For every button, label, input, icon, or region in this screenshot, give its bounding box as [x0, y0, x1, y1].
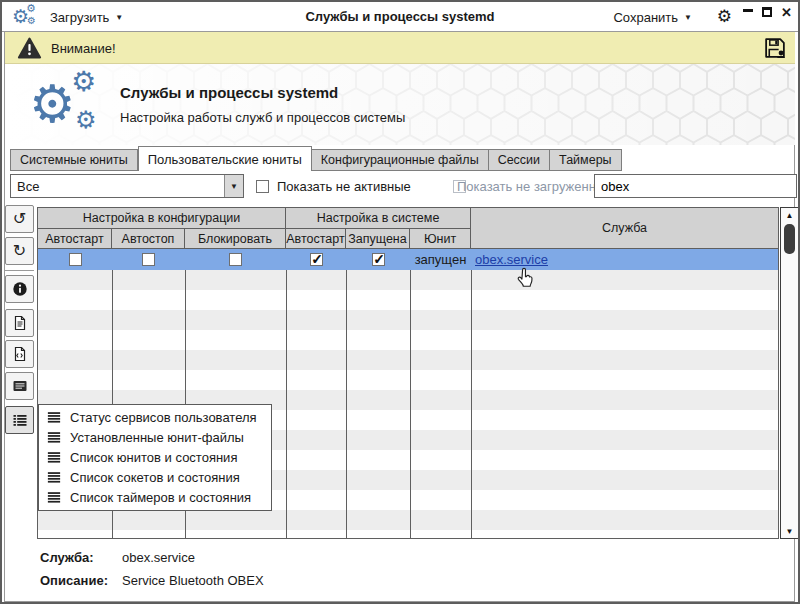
floppy-disk-icon: [763, 36, 787, 60]
warning-text: Внимание!: [51, 41, 116, 56]
unit-file-button[interactable]: [5, 340, 34, 368]
column-header-running-sys: Запущена: [346, 229, 410, 249]
tab-user-units[interactable]: Пользовательские юниты: [138, 146, 312, 171]
tab-system-units[interactable]: Системные юниты: [10, 149, 138, 171]
save-dropdown-button[interactable]: Сохранить ▼: [613, 7, 692, 27]
chevron-down-icon: ▼: [230, 182, 238, 191]
info-icon: [12, 281, 28, 297]
menu-item-timers-list[interactable]: Список таймеров и состояния: [39, 487, 271, 507]
save-as-root-button[interactable]: [763, 36, 787, 64]
tab-bar: Системные юниты Пользовательские юниты К…: [10, 146, 622, 171]
column-header-unit: Юнит: [410, 229, 471, 249]
menu-item-sockets-list[interactable]: Список сокетов и состояния: [39, 467, 271, 487]
history-icon: ↺: [13, 211, 26, 227]
save-dropdown-label: Сохранить: [613, 10, 678, 25]
list-icon: [47, 470, 61, 484]
autostart-sys-checkbox[interactable]: [310, 253, 323, 266]
category-select-value: Все: [11, 179, 224, 194]
hexagon-pattern-background: [5, 64, 795, 145]
window-controls: ✕: [743, 7, 792, 19]
warning-triangle-icon: [17, 37, 42, 63]
lists-context-menu: Статус сервисов пользователя Установленн…: [38, 404, 272, 511]
tab-sessions[interactable]: Сессии: [489, 149, 550, 171]
refresh-button[interactable]: ↻: [5, 237, 34, 265]
column-header-autostop-cfg: Автостоп: [112, 229, 185, 249]
maximize-button[interactable]: [762, 7, 772, 17]
search-input[interactable]: [594, 174, 797, 198]
column-header-block-cfg: Блокировать: [185, 229, 286, 249]
show-inactive-label: Показать не активные: [277, 179, 411, 194]
info-button[interactable]: [5, 275, 34, 303]
group-header-config: Настройка в конфигурации: [38, 208, 286, 229]
status-document-button[interactable]: [5, 309, 34, 337]
description-detail-value: Service Bluetooth OBEX: [122, 573, 264, 588]
menu-item-installed-unit-files[interactable]: Установленные юнит-файлы: [39, 427, 271, 447]
code-document-icon: [12, 346, 28, 362]
tab-config-files[interactable]: Конфигурационные файлы: [312, 149, 489, 171]
list-icon: [47, 430, 61, 444]
list-icon: [47, 410, 61, 424]
menu-item-user-services-status[interactable]: Статус сервисов пользователя: [39, 407, 271, 427]
app-window: ⚙ ⚙ ⚙ Загрузить ▼ Службы и процессы syst…: [0, 0, 800, 604]
description-detail-label: Описание:: [40, 573, 108, 588]
header-banner: ⚙ ⚙ ⚙ Службы и процессы systemd Настройк…: [5, 64, 795, 145]
history-button[interactable]: ↺: [5, 205, 34, 233]
block-cfg-checkbox[interactable]: [229, 253, 242, 266]
service-detail-label: Служба:: [40, 550, 94, 565]
autostart-cfg-checkbox[interactable]: [69, 253, 82, 266]
journal-button[interactable]: [5, 372, 34, 400]
scroll-down-button[interactable]: ▼: [781, 524, 798, 538]
minimize-button[interactable]: [743, 9, 753, 12]
title-bar: ⚙ ⚙ ⚙ Загрузить ▼ Службы и процессы syst…: [2, 2, 798, 32]
autostop-cfg-checkbox[interactable]: [142, 253, 155, 266]
unit-state-cell: запущен: [410, 249, 471, 270]
category-select[interactable]: Все ▼: [10, 174, 244, 198]
show-unloaded-label: Показать не загруженные: [457, 179, 612, 194]
load-dropdown-label: Загрузить: [50, 10, 109, 25]
console-icon: [12, 378, 28, 394]
column-header-autostart-sys: Автостарт: [286, 229, 346, 249]
lists-menu-button[interactable]: [5, 406, 34, 434]
banner-subtitle: Настройка работы служб и процессов систе…: [120, 110, 405, 125]
service-detail-value: obex.service: [122, 550, 195, 565]
column-header-service: Служба: [471, 208, 778, 249]
load-dropdown-button[interactable]: Загрузить ▼: [50, 7, 123, 27]
vertical-scrollbar[interactable]: ▲ ▼: [780, 207, 799, 539]
close-button[interactable]: ✕: [781, 7, 792, 19]
list-icon: [47, 490, 61, 504]
filter-row: Все ▼ Показать не активные Показать не з…: [2, 174, 798, 200]
list-menu-icon: [12, 412, 28, 428]
group-header-system: Настройка в системе: [286, 208, 471, 229]
menu-item-units-list[interactable]: Список юнитов и состояния: [39, 447, 271, 467]
banner-title: Службы и процессы systemd: [120, 84, 338, 101]
chevron-down-icon: ▼: [115, 13, 123, 22]
chevron-down-icon: ▼: [684, 13, 692, 22]
app-gears-icon: ⚙ ⚙ ⚙: [12, 5, 42, 29]
toolbar-separator: [4, 270, 34, 271]
tab-timers[interactable]: Таймеры: [550, 149, 622, 171]
hand-cursor: [513, 266, 536, 294]
combo-dropdown-button[interactable]: ▼: [224, 175, 243, 197]
refresh-icon: ↻: [13, 243, 26, 259]
show-inactive-checkbox[interactable]: [256, 180, 269, 193]
scroll-up-button[interactable]: ▲: [781, 208, 798, 222]
list-icon: [47, 450, 61, 464]
table-row[interactable]: запущен obex.service: [38, 249, 778, 270]
running-sys-checkbox[interactable]: [372, 253, 385, 266]
warning-bar: Внимание!: [5, 32, 795, 64]
scrollbar-thumb[interactable]: [784, 224, 795, 254]
banner-gears-icon: ⚙ ⚙ ⚙: [29, 72, 115, 138]
settings-gear-button[interactable]: ⚙: [717, 7, 732, 27]
service-link[interactable]: obex.service: [471, 252, 548, 267]
document-icon: [12, 315, 28, 331]
column-header-autostart-cfg: Автостарт: [38, 229, 112, 249]
